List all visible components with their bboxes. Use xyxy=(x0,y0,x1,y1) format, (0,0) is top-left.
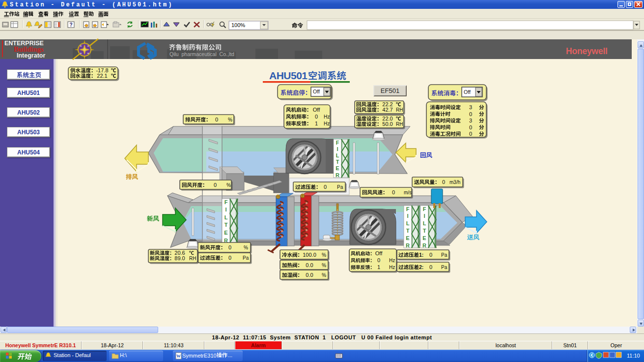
svg-text:E: E xyxy=(336,165,339,171)
svg-text:RH: RH xyxy=(189,256,196,261)
svg-text:I: I xyxy=(336,146,338,152)
svg-text:Off: Off xyxy=(375,250,383,256)
svg-text:T: T xyxy=(336,159,339,165)
svg-text:Hz: Hz xyxy=(324,114,330,120)
svg-text:Hz: Hz xyxy=(324,121,330,126)
svg-text:100%: 100% xyxy=(231,22,245,28)
svg-text:F: F xyxy=(423,206,426,212)
svg-text:0: 0 xyxy=(429,264,432,270)
svg-text:Qilu pharmaceutical Co.,ltd: Qilu pharmaceutical Co.,ltd xyxy=(169,51,234,57)
svg-text:Honeywell: Honeywell xyxy=(566,46,608,56)
svg-text:W: W xyxy=(176,354,181,359)
svg-text:0: 0 xyxy=(469,124,472,130)
svg-text:0: 0 xyxy=(429,252,432,258)
svg-text:%: % xyxy=(228,117,232,122)
svg-text:F: F xyxy=(336,140,339,146)
svg-text:0: 0 xyxy=(228,244,231,250)
svg-text:L: L xyxy=(224,214,228,220)
svg-text:0.0: 0.0 xyxy=(306,272,313,278)
svg-text:%: % xyxy=(244,245,248,250)
svg-text:0: 0 xyxy=(228,255,231,261)
svg-text:F: F xyxy=(406,206,410,212)
svg-text:50.0: 50.0 xyxy=(382,121,392,127)
svg-text:L: L xyxy=(336,152,339,158)
svg-text:AHU501: AHU501 xyxy=(269,70,308,81)
svg-text:RH: RH xyxy=(396,121,403,127)
svg-text:%: % xyxy=(226,182,231,188)
svg-text:0: 0 xyxy=(214,182,217,188)
svg-text:E: E xyxy=(422,235,426,241)
svg-text:E: E xyxy=(406,235,409,241)
svg-text:RH: RH xyxy=(396,107,403,113)
svg-text:Hz: Hz xyxy=(389,258,395,263)
svg-text:2:: 2: xyxy=(419,264,423,270)
svg-text:89.0: 89.0 xyxy=(174,255,185,261)
svg-text:3: 3 xyxy=(469,118,472,123)
svg-text:1:: 1: xyxy=(419,252,423,258)
svg-text:T: T xyxy=(406,228,410,234)
svg-text:Off: Off xyxy=(313,107,320,113)
svg-text:Pa: Pa xyxy=(337,184,343,190)
svg-text:0: 0 xyxy=(442,179,445,185)
svg-text:42.7: 42.7 xyxy=(382,107,392,113)
svg-text:100.0: 100.0 xyxy=(303,252,316,258)
svg-text:Pa: Pa xyxy=(441,265,448,270)
svg-text:0: 0 xyxy=(392,189,395,195)
svg-text:R: R xyxy=(406,242,410,248)
svg-text:?: ? xyxy=(69,22,72,28)
svg-text:%: % xyxy=(322,272,326,278)
svg-text:T: T xyxy=(224,222,228,228)
svg-text:Off: Off xyxy=(464,89,471,95)
svg-text:T: T xyxy=(423,228,426,234)
svg-text:0: 0 xyxy=(469,131,472,137)
svg-text:Hz: Hz xyxy=(389,265,395,270)
svg-text:0: 0 xyxy=(377,257,380,263)
svg-text:F: F xyxy=(224,199,228,205)
svg-text:1: 1 xyxy=(315,121,318,126)
svg-text:Integrator: Integrator xyxy=(17,52,45,59)
svg-text:m/s: m/s xyxy=(404,190,412,195)
svg-text:0: 0 xyxy=(215,117,218,122)
svg-text:0: 0 xyxy=(324,184,327,190)
svg-text:E: E xyxy=(224,230,227,236)
svg-text:R: R xyxy=(422,242,426,248)
svg-text:0: 0 xyxy=(315,114,318,120)
svg-text:...: ... xyxy=(228,352,232,358)
svg-text:0: 0 xyxy=(469,111,472,117)
svg-text:R: R xyxy=(336,172,339,178)
svg-text:1: 1 xyxy=(377,264,380,270)
svg-text:SymmetrE310: SymmetrE310 xyxy=(182,353,217,359)
svg-text:I: I xyxy=(423,213,425,219)
svg-text:Off: Off xyxy=(313,89,320,94)
svg-text:EF501: EF501 xyxy=(381,87,399,94)
svg-text:22.1: 22.1 xyxy=(97,73,107,79)
svg-text:m3/h: m3/h xyxy=(449,180,460,185)
svg-text:L: L xyxy=(423,220,426,226)
svg-text:0.0: 0.0 xyxy=(306,262,313,268)
svg-text:Pa: Pa xyxy=(243,255,249,261)
svg-text:L: L xyxy=(406,220,410,226)
svg-text:I: I xyxy=(225,207,226,212)
svg-text:%: % xyxy=(322,263,326,268)
svg-text:%: % xyxy=(322,252,326,258)
svg-text:3: 3 xyxy=(469,104,472,110)
svg-text:Pa: Pa xyxy=(441,252,448,258)
svg-text:I: I xyxy=(407,213,408,219)
